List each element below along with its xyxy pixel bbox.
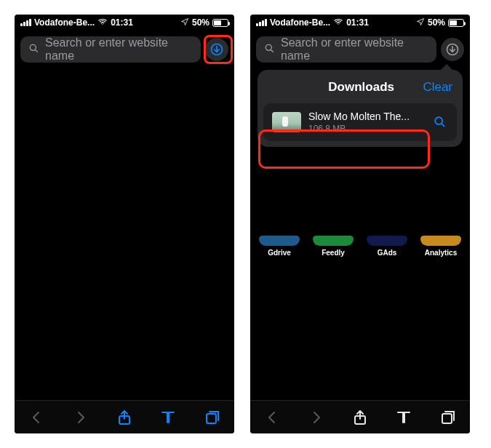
search-icon: [263, 42, 275, 57]
svg-point-0: [30, 44, 36, 50]
search-icon: [28, 42, 39, 57]
downloads-list: Slow Mo Molten The... 106.8 MB: [263, 103, 457, 141]
cell-signal-icon: [256, 19, 267, 26]
page-content: [15, 70, 234, 400]
battery-pct-label: 50%: [192, 17, 209, 28]
tabs-button[interactable]: [438, 407, 458, 428]
status-bar: Vodafone-Be... 01:31 50%: [250, 15, 470, 31]
clock-label: 01:31: [346, 17, 369, 28]
svg-point-8: [435, 117, 442, 124]
bottom-toolbar: [15, 400, 234, 433]
tabs-button[interactable]: [202, 407, 223, 428]
url-bar[interactable]: Search or enter website name: [20, 36, 201, 63]
location-icon: [416, 17, 425, 28]
downloads-clear-button[interactable]: Clear: [423, 80, 452, 95]
url-placeholder: Search or enter website name: [45, 36, 193, 63]
location-icon: [180, 17, 189, 28]
cell-signal-icon: [20, 19, 31, 26]
svg-point-4: [266, 44, 271, 50]
downloads-popover: Downloads Clear Slow Mo Molten The... 10…: [258, 70, 463, 147]
phone-left: Vodafone-Be... 01:31 50% Search or enter: [15, 15, 234, 433]
share-button[interactable]: [114, 407, 135, 428]
carrier-label: Vodafone-Be...: [270, 17, 330, 28]
downloads-button[interactable]: [441, 38, 464, 61]
back-button: [262, 407, 282, 428]
wifi-icon: [97, 17, 108, 29]
favorites-row: Gdrive Feedly GAds Analytics: [258, 236, 463, 257]
downloads-title: Downloads: [300, 80, 423, 95]
status-bar: Vodafone-Be... 01:31 50%: [15, 15, 234, 31]
download-size: 106.8 MB: [308, 124, 425, 134]
url-placeholder: Search or enter website name: [281, 36, 429, 63]
downloads-button[interactable]: [205, 38, 228, 61]
forward-button: [306, 407, 327, 428]
wifi-icon: [333, 17, 343, 29]
forward-button: [71, 407, 91, 428]
favorite-gdrive[interactable]: Gdrive: [258, 236, 301, 257]
carrier-label: Vodafone-Be...: [34, 17, 95, 28]
share-button[interactable]: [350, 407, 370, 428]
clock-label: 01:31: [111, 17, 133, 28]
bottom-toolbar: [250, 400, 470, 433]
url-bar[interactable]: Search or enter website name: [256, 36, 436, 63]
download-name: Slow Mo Molten The...: [308, 111, 425, 122]
favorite-gads[interactable]: GAds: [365, 236, 409, 257]
phone-right: Vodafone-Be... 01:31 50% Search or enter: [250, 15, 470, 433]
favorite-analytics[interactable]: Analytics: [419, 236, 463, 257]
battery-icon: [212, 19, 228, 27]
download-item[interactable]: Slow Mo Molten The... 106.8 MB: [263, 103, 457, 141]
battery-pct-label: 50%: [428, 17, 445, 28]
svg-rect-7: [442, 414, 452, 423]
bookmarks-button[interactable]: [394, 407, 414, 428]
bookmarks-button[interactable]: [158, 407, 178, 428]
favorite-feedly[interactable]: Feedly: [311, 236, 355, 257]
download-thumbnail: [272, 112, 301, 132]
battery-icon: [448, 19, 464, 27]
svg-rect-3: [207, 414, 216, 423]
reveal-in-files-button[interactable]: [432, 114, 448, 130]
back-button: [26, 407, 47, 428]
